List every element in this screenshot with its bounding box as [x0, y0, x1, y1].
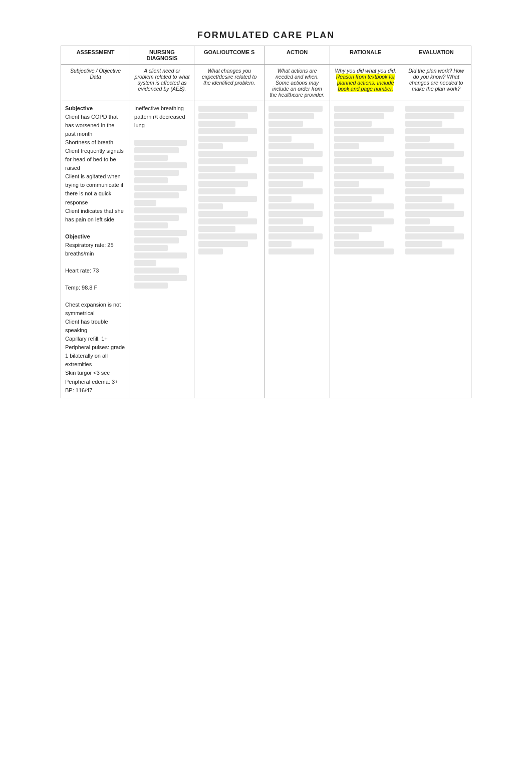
blurred-nursing-7 [134, 185, 187, 191]
blurred-rationale-14 [334, 203, 394, 209]
col-subheader-goal: What changes you expect/desire related t… [194, 65, 264, 101]
blurred-action-12 [269, 188, 323, 194]
blurred-rationale-3 [334, 121, 372, 127]
blurred-rationale-4 [334, 128, 394, 134]
assessment-content: Subjective Client has COPD that has wors… [65, 104, 126, 395]
objective-label: Objective [65, 232, 126, 241]
blurred-rationale-17 [334, 226, 372, 232]
col-subheader-nursing: A client need or problem related to what… [130, 65, 194, 101]
nursing-content: Ineffective breathing pattern r/t decrea… [134, 104, 190, 289]
objective-item-5: Client has trouble speaking [65, 318, 126, 335]
blurred-nursing-12 [134, 222, 167, 228]
blurred-action-18 [269, 233, 323, 239]
subjective-item-1: Client has COPD that has worsened in the… [65, 113, 126, 138]
blurred-goal-2 [198, 113, 248, 119]
blurred-eval-19 [405, 241, 442, 247]
subjective-item-4: Client is agitated when trying to commun… [65, 172, 126, 206]
blurred-rationale-1 [334, 106, 394, 112]
subjective-item-5: Client indicates that she has pain on le… [65, 207, 126, 224]
evaluation-content [405, 106, 467, 254]
rationale-cell [330, 101, 401, 398]
nursing-diagnosis: Ineffective breathing pattern r/t decrea… [134, 104, 190, 130]
blurred-rationale-19 [334, 241, 384, 247]
blurred-goal-15 [198, 211, 248, 217]
blurred-action-9 [269, 166, 323, 172]
subjective-item-3: Client frequently signals for head of be… [65, 147, 126, 172]
objective-item-8: Skin turgor <3 sec [65, 369, 126, 377]
action-content [269, 106, 325, 254]
blurred-nursing-20 [134, 283, 167, 289]
blurred-goal-4 [198, 128, 257, 134]
col-subheader-evaluation: Did the plan work? How do you know? What… [401, 65, 471, 101]
blurred-rationale-20 [334, 248, 394, 254]
objective-item-4: Chest expansion is not symmetrical [65, 301, 126, 318]
blurred-action-11 [269, 181, 303, 187]
blurred-nursing-13 [134, 230, 187, 236]
blurred-rationale-7 [334, 151, 394, 157]
blurred-eval-15 [405, 211, 463, 217]
col-subheader-assessment: Subjective / Objective Data [61, 65, 130, 101]
blurred-nursing-16 [134, 252, 187, 258]
blurred-goal-9 [198, 166, 235, 172]
blurred-nursing-6 [134, 177, 167, 183]
assessment-cell: Subjective Client has COPD that has wors… [61, 101, 130, 398]
action-cell [264, 101, 330, 398]
blurred-rationale-10 [334, 173, 394, 179]
blurred-eval-3 [405, 121, 442, 127]
col-header-nursing: NURSING DIAGNOSIS [130, 46, 194, 65]
blurred-nursing-2 [134, 147, 179, 153]
blurred-action-7 [269, 151, 323, 157]
blurred-nursing-9 [134, 200, 156, 206]
blurred-eval-20 [405, 248, 454, 254]
goal-cell [194, 101, 264, 398]
blurred-nursing-11 [134, 215, 179, 221]
col-header-rationale: RATIONALE [330, 46, 401, 65]
data-row-1: Subjective Client has COPD that has wors… [61, 101, 471, 398]
blurred-action-17 [269, 226, 314, 232]
blurred-nursing-8 [134, 192, 179, 198]
blurred-action-10 [269, 173, 314, 179]
objective-item-3: Temp: 98.8 F [65, 284, 126, 292]
rationale-content [334, 106, 397, 254]
blurred-rationale-16 [334, 218, 394, 224]
blurred-eval-2 [405, 113, 454, 119]
evaluation-cell [401, 101, 471, 398]
blurred-eval-14 [405, 203, 454, 209]
blurred-action-5 [269, 136, 291, 142]
col-header-action: ACTION [264, 46, 330, 65]
blurred-goal-7 [198, 151, 257, 157]
blurred-nursing-5 [134, 170, 179, 176]
objective-item-6: Capillary refill: 1+ [65, 335, 126, 343]
col-header-evaluation: EVALUATION [401, 46, 471, 65]
blurred-goal-5 [198, 136, 248, 142]
blurred-eval-12 [405, 188, 463, 194]
blurred-action-14 [269, 203, 314, 209]
blurred-goal-12 [198, 188, 235, 194]
blurred-eval-11 [405, 181, 430, 187]
blurred-nursing-4 [134, 162, 187, 168]
subjective-label: Subjective [65, 104, 126, 113]
blurred-eval-6 [405, 143, 454, 149]
blurred-eval-4 [405, 128, 463, 134]
rationale-subheader-normal: Why you did what you did. [335, 68, 396, 74]
blurred-action-6 [269, 143, 314, 149]
blurred-action-2 [269, 113, 314, 119]
blurred-rationale-5 [334, 136, 384, 142]
blurred-rationale-6 [334, 143, 359, 149]
blurred-action-13 [269, 196, 291, 202]
blurred-goal-8 [198, 158, 248, 164]
blurred-action-15 [269, 211, 323, 217]
blurred-goal-19 [198, 241, 248, 247]
col-subheader-rationale: Why you did what you did. Reason from te… [330, 65, 401, 101]
goal-content [198, 106, 260, 254]
blurred-goal-17 [198, 226, 235, 232]
col-header-assessment: ASSESSMENT [61, 46, 130, 65]
blurred-eval-18 [405, 233, 463, 239]
objective-item-9: Peripheral edema: 3+ [65, 378, 126, 386]
objective-item-2: Heart rate: 73 [65, 267, 126, 275]
blurred-goal-6 [198, 143, 223, 149]
blurred-action-20 [269, 248, 314, 254]
blurred-action-4 [269, 128, 323, 134]
blurred-action-8 [269, 158, 303, 164]
blurred-eval-16 [405, 218, 430, 224]
